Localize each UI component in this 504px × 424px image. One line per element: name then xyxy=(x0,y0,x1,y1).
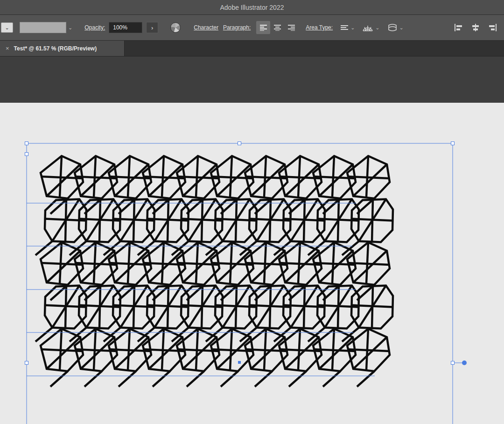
document-tab[interactable]: × Test* @ 61.57 % (RGB/Preview) xyxy=(0,41,125,56)
justification-menu-button[interactable]: ⌄ xyxy=(340,25,355,31)
artboard-canvas[interactable] xyxy=(0,103,504,424)
align-center-button[interactable] xyxy=(270,21,284,34)
fill-color-swatch[interactable] xyxy=(20,22,66,33)
selection-handle[interactable] xyxy=(451,142,455,145)
selection-center-handle[interactable] xyxy=(238,361,241,364)
selection-handle[interactable] xyxy=(25,142,28,145)
area-type-link[interactable]: Area Type: xyxy=(306,24,333,31)
warp-fan-icon xyxy=(362,23,373,32)
pasteboard[interactable] xyxy=(0,57,504,103)
paragraph-panel-link[interactable]: Paragraph: xyxy=(223,24,251,31)
envelope-options-button[interactable]: ⌄ xyxy=(387,23,404,32)
align-left-button[interactable] xyxy=(256,21,270,34)
opacity-label[interactable]: Opacity: xyxy=(84,24,105,31)
align-left-icon xyxy=(259,24,267,31)
document-tab-label: Test* @ 61.57 % (RGB/Preview) xyxy=(14,45,97,52)
align-to-group xyxy=(454,23,497,32)
align-right-button[interactable] xyxy=(284,21,298,34)
envelope-mesh-icon xyxy=(387,23,398,32)
text-outport-handle[interactable] xyxy=(462,360,467,365)
submenu-arrow-icon: › xyxy=(151,24,153,31)
canvas-area[interactable] xyxy=(0,103,504,424)
chevron-down-icon: ⌄ xyxy=(399,25,404,31)
character-panel-link[interactable]: Character xyxy=(194,24,218,31)
color-wheel-icon[interactable] xyxy=(170,22,181,33)
window-title: Adobe Illustrator 2022 xyxy=(220,4,284,11)
swatch-chevron-icon[interactable]: ⌄ xyxy=(68,25,72,31)
opacity-submenu-button[interactable]: › xyxy=(146,22,158,33)
glyph-pattern[interactable] xyxy=(35,156,393,387)
selection-handle[interactable] xyxy=(25,361,28,365)
title-bar: Adobe Illustrator 2022 xyxy=(0,0,504,15)
paragraph-align-group xyxy=(256,21,298,34)
warp-options-button[interactable]: ⌄ xyxy=(362,23,379,32)
opacity-control: Opacity: 100% › xyxy=(84,22,158,33)
align-object-left-icon[interactable] xyxy=(454,23,464,32)
illustrator-window: Adobe Illustrator 2022 ⌄ ⌄ Opacity: 100%… xyxy=(0,0,504,424)
align-center-icon xyxy=(273,24,281,31)
selection-handle[interactable] xyxy=(238,142,241,145)
selection-handle[interactable] xyxy=(25,153,28,156)
justification-lines-icon xyxy=(340,25,349,30)
control-bar: ⌄ ⌄ Opacity: 100% › Character Paragraph: xyxy=(0,15,504,41)
align-right-icon xyxy=(287,24,295,31)
opacity-input[interactable]: 100% xyxy=(109,22,142,33)
chevron-down-icon: ⌄ xyxy=(350,25,355,31)
fill-proxy-dropdown[interactable]: ⌄ xyxy=(1,22,13,33)
document-tab-bar: × Test* @ 61.57 % (RGB/Preview) xyxy=(0,41,504,57)
chevron-down-icon: ⌄ xyxy=(5,25,9,31)
chevron-down-icon: ⌄ xyxy=(375,25,379,31)
align-object-right-icon[interactable] xyxy=(487,23,497,32)
align-object-center-icon[interactable] xyxy=(470,23,481,32)
close-tab-icon[interactable]: × xyxy=(6,45,9,52)
selection-handle[interactable] xyxy=(451,361,455,365)
